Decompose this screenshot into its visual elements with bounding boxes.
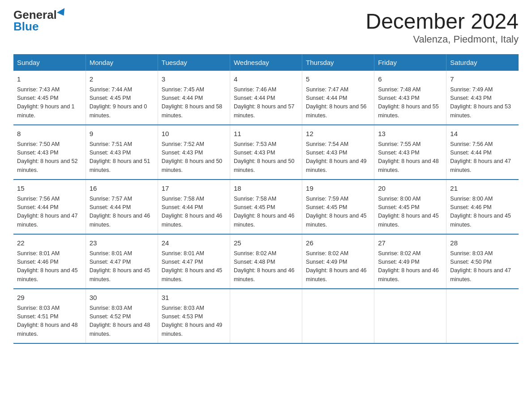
calendar-table: SundayMondayTuesdayWednesdayThursdayFrid… [13, 54, 519, 344]
week-row-5: 29Sunrise: 8:03 AMSunset: 4:51 PMDayligh… [13, 289, 519, 343]
day-number: 29 [17, 293, 82, 303]
day-info: Sunrise: 7:49 AMSunset: 4:43 PMDaylight:… [450, 86, 515, 120]
week-row-2: 8Sunrise: 7:50 AMSunset: 4:43 PMDaylight… [13, 125, 519, 180]
day-number: 11 [234, 129, 298, 139]
day-number: 18 [234, 184, 298, 194]
calendar-title: December 2024 [365, 9, 519, 34]
day-info: Sunrise: 7:51 AMSunset: 4:43 PMDaylight:… [90, 140, 154, 175]
calendar-cell [374, 289, 446, 343]
day-number: 12 [306, 129, 370, 139]
week-row-3: 15Sunrise: 7:56 AMSunset: 4:44 PMDayligh… [13, 180, 519, 234]
day-number: 7 [450, 74, 515, 85]
day-info: Sunrise: 7:47 AMSunset: 4:44 PMDaylight:… [306, 86, 370, 120]
day-number: 24 [162, 238, 226, 248]
day-number: 20 [378, 184, 442, 194]
day-info: Sunrise: 7:58 AMSunset: 4:45 PMDaylight:… [234, 195, 298, 230]
day-info: Sunrise: 7:58 AMSunset: 4:44 PMDaylight:… [162, 195, 226, 230]
day-number: 1 [17, 74, 82, 85]
day-info: Sunrise: 7:45 AMSunset: 4:44 PMDaylight:… [162, 86, 226, 120]
header-row: SundayMondayTuesdayWednesdayThursdayFrid… [13, 54, 519, 71]
calendar-cell: 14Sunrise: 7:56 AMSunset: 4:44 PMDayligh… [446, 125, 519, 180]
calendar-cell: 31Sunrise: 8:03 AMSunset: 4:53 PMDayligh… [158, 289, 230, 343]
day-number: 8 [17, 129, 82, 139]
calendar-cell: 15Sunrise: 7:56 AMSunset: 4:44 PMDayligh… [13, 180, 86, 234]
day-info: Sunrise: 7:55 AMSunset: 4:43 PMDaylight:… [378, 140, 442, 175]
day-number: 31 [162, 293, 226, 303]
calendar-cell [230, 289, 302, 343]
day-info: Sunrise: 8:03 AMSunset: 4:51 PMDaylight:… [17, 304, 82, 339]
calendar-cell: 2Sunrise: 7:44 AMSunset: 4:45 PMDaylight… [86, 71, 158, 125]
calendar-cell: 30Sunrise: 8:03 AMSunset: 4:52 PMDayligh… [86, 289, 158, 343]
title-block: December 2024 Valenza, Piedmont, Italy [365, 9, 519, 45]
calendar-header: SundayMondayTuesdayWednesdayThursdayFrid… [13, 54, 519, 71]
day-info: Sunrise: 8:03 AMSunset: 4:52 PMDaylight:… [90, 304, 154, 339]
calendar-cell: 1Sunrise: 7:43 AMSunset: 4:45 PMDaylight… [13, 71, 86, 125]
calendar-cell: 19Sunrise: 7:59 AMSunset: 4:45 PMDayligh… [302, 180, 374, 234]
calendar-cell: 12Sunrise: 7:54 AMSunset: 4:43 PMDayligh… [302, 125, 374, 180]
calendar-cell: 22Sunrise: 8:01 AMSunset: 4:46 PMDayligh… [13, 234, 86, 289]
day-info: Sunrise: 7:57 AMSunset: 4:44 PMDaylight:… [90, 195, 154, 230]
header-col-saturday: Saturday [446, 54, 519, 71]
calendar-cell: 7Sunrise: 7:49 AMSunset: 4:43 PMDaylight… [446, 71, 519, 125]
calendar-cell: 21Sunrise: 8:00 AMSunset: 4:46 PMDayligh… [446, 180, 519, 234]
day-number: 13 [378, 129, 442, 139]
day-number: 19 [306, 184, 370, 194]
calendar-cell: 11Sunrise: 7:53 AMSunset: 4:43 PMDayligh… [230, 125, 302, 180]
day-info: Sunrise: 8:01 AMSunset: 4:46 PMDaylight:… [17, 249, 82, 284]
calendar-cell: 4Sunrise: 7:46 AMSunset: 4:44 PMDaylight… [230, 71, 302, 125]
calendar-cell [446, 289, 519, 343]
day-number: 16 [90, 184, 154, 194]
day-info: Sunrise: 7:56 AMSunset: 4:44 PMDaylight:… [450, 140, 515, 175]
day-number: 14 [450, 129, 515, 139]
calendar-cell: 26Sunrise: 8:02 AMSunset: 4:49 PMDayligh… [302, 234, 374, 289]
logo-triangle-icon [57, 8, 68, 18]
calendar-cell: 18Sunrise: 7:58 AMSunset: 4:45 PMDayligh… [230, 180, 302, 234]
calendar-cell: 5Sunrise: 7:47 AMSunset: 4:44 PMDaylight… [302, 71, 374, 125]
day-number: 4 [234, 74, 298, 85]
day-number: 17 [162, 184, 226, 194]
day-info: Sunrise: 7:48 AMSunset: 4:43 PMDaylight:… [378, 86, 442, 120]
day-info: Sunrise: 7:54 AMSunset: 4:43 PMDaylight:… [306, 140, 370, 175]
header-col-friday: Friday [374, 54, 446, 71]
day-info: Sunrise: 7:44 AMSunset: 4:45 PMDaylight:… [90, 86, 154, 120]
calendar-cell: 27Sunrise: 8:02 AMSunset: 4:49 PMDayligh… [374, 234, 446, 289]
day-info: Sunrise: 8:03 AMSunset: 4:53 PMDaylight:… [162, 304, 226, 339]
week-row-4: 22Sunrise: 8:01 AMSunset: 4:46 PMDayligh… [13, 234, 519, 289]
day-number: 9 [90, 129, 154, 139]
day-number: 28 [450, 238, 515, 248]
logo: General Blue [13, 9, 67, 32]
day-number: 3 [162, 74, 226, 85]
calendar-cell: 25Sunrise: 8:02 AMSunset: 4:48 PMDayligh… [230, 234, 302, 289]
calendar-cell [302, 289, 374, 343]
calendar-cell: 3Sunrise: 7:45 AMSunset: 4:44 PMDaylight… [158, 71, 230, 125]
calendar-cell: 23Sunrise: 8:01 AMSunset: 4:47 PMDayligh… [86, 234, 158, 289]
day-info: Sunrise: 8:02 AMSunset: 4:49 PMDaylight:… [306, 249, 370, 284]
day-number: 10 [162, 129, 226, 139]
day-info: Sunrise: 7:59 AMSunset: 4:45 PMDaylight:… [306, 195, 370, 230]
calendar-cell: 20Sunrise: 8:00 AMSunset: 4:45 PMDayligh… [374, 180, 446, 234]
day-info: Sunrise: 8:01 AMSunset: 4:47 PMDaylight:… [162, 249, 226, 284]
calendar-cell: 13Sunrise: 7:55 AMSunset: 4:43 PMDayligh… [374, 125, 446, 180]
day-info: Sunrise: 8:02 AMSunset: 4:48 PMDaylight:… [234, 249, 298, 284]
calendar-cell: 17Sunrise: 7:58 AMSunset: 4:44 PMDayligh… [158, 180, 230, 234]
page-header: General Blue December 2024 Valenza, Pied… [13, 9, 519, 45]
header-col-wednesday: Wednesday [230, 54, 302, 71]
header-col-monday: Monday [86, 54, 158, 71]
calendar-cell: 16Sunrise: 7:57 AMSunset: 4:44 PMDayligh… [86, 180, 158, 234]
day-info: Sunrise: 7:52 AMSunset: 4:43 PMDaylight:… [162, 140, 226, 175]
calendar-cell: 28Sunrise: 8:03 AMSunset: 4:50 PMDayligh… [446, 234, 519, 289]
day-info: Sunrise: 7:53 AMSunset: 4:43 PMDaylight:… [234, 140, 298, 175]
calendar-cell: 24Sunrise: 8:01 AMSunset: 4:47 PMDayligh… [158, 234, 230, 289]
logo-general: General [13, 9, 57, 21]
calendar-cell: 10Sunrise: 7:52 AMSunset: 4:43 PMDayligh… [158, 125, 230, 180]
calendar-cell: 29Sunrise: 8:03 AMSunset: 4:51 PMDayligh… [13, 289, 86, 343]
day-info: Sunrise: 7:46 AMSunset: 4:44 PMDaylight:… [234, 86, 298, 120]
day-info: Sunrise: 8:03 AMSunset: 4:50 PMDaylight:… [450, 249, 515, 284]
calendar-body: 1Sunrise: 7:43 AMSunset: 4:45 PMDaylight… [13, 71, 519, 343]
day-number: 23 [90, 238, 154, 248]
day-number: 6 [378, 74, 442, 85]
day-info: Sunrise: 7:56 AMSunset: 4:44 PMDaylight:… [17, 195, 82, 230]
header-col-thursday: Thursday [302, 54, 374, 71]
week-row-1: 1Sunrise: 7:43 AMSunset: 4:45 PMDaylight… [13, 71, 519, 125]
calendar-cell: 9Sunrise: 7:51 AMSunset: 4:43 PMDaylight… [86, 125, 158, 180]
